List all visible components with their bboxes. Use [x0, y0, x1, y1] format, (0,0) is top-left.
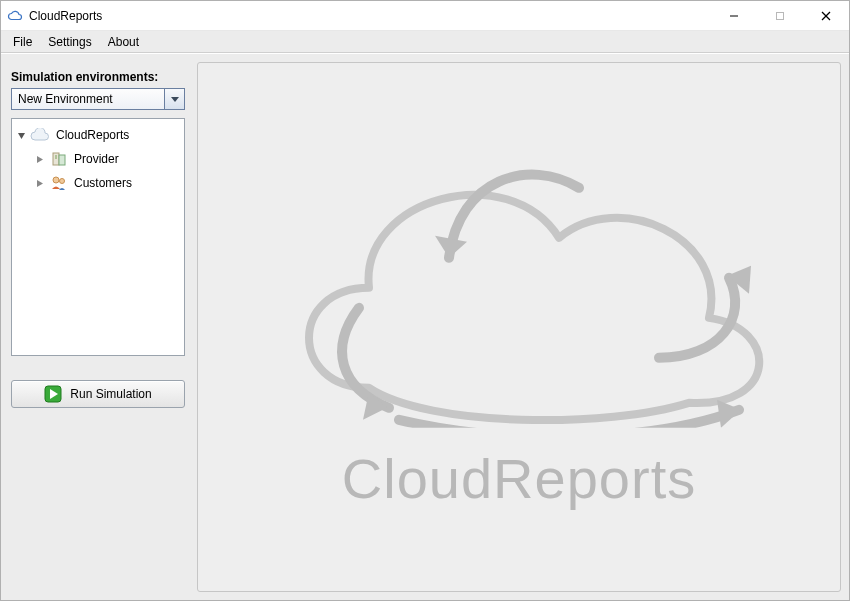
cloud-icon — [30, 126, 52, 144]
svg-marker-11 — [37, 180, 43, 187]
environment-combobox-value: New Environment — [18, 92, 113, 106]
run-simulation-label: Run Simulation — [70, 387, 151, 401]
app-cloud-icon — [7, 8, 23, 24]
window-controls — [711, 1, 849, 30]
content-panel: CloudReports — [197, 62, 841, 592]
sidebar: Simulation environments: New Environment — [1, 54, 197, 600]
watermark: CloudReports — [239, 128, 799, 511]
tree-node-label: Customers — [74, 176, 132, 190]
watermark-text: CloudReports — [239, 446, 799, 511]
svg-rect-8 — [59, 155, 65, 165]
menu-settings[interactable]: Settings — [42, 33, 97, 51]
app-window: CloudReports File Settings About Simulat… — [0, 0, 850, 601]
close-button[interactable] — [803, 1, 849, 30]
menu-about[interactable]: About — [102, 33, 145, 51]
customers-people-icon — [48, 174, 70, 192]
tree-node-customers[interactable]: Customers — [12, 171, 184, 195]
client-area: Simulation environments: New Environment — [1, 53, 849, 600]
svg-marker-4 — [171, 97, 179, 102]
svg-point-9 — [55, 155, 57, 157]
minimize-button[interactable] — [711, 1, 757, 30]
expander-down-icon[interactable] — [14, 128, 28, 142]
svg-point-13 — [60, 179, 65, 184]
menu-file[interactable]: File — [7, 33, 38, 51]
tree-node-label: Provider — [74, 152, 119, 166]
simulation-environments-label: Simulation environments: — [11, 70, 185, 84]
svg-marker-5 — [18, 133, 25, 139]
run-simulation-button[interactable]: Run Simulation — [11, 380, 185, 408]
expander-right-icon[interactable] — [32, 176, 46, 190]
tree-node-label: CloudReports — [56, 128, 129, 142]
maximize-button[interactable] — [757, 1, 803, 30]
expander-right-icon[interactable] — [32, 152, 46, 166]
cloud-arrows-icon — [259, 128, 779, 428]
combobox-arrow-icon — [164, 89, 184, 109]
svg-rect-7 — [53, 153, 59, 165]
svg-marker-6 — [37, 156, 43, 163]
tree-node-provider[interactable]: Provider — [12, 147, 184, 171]
svg-point-12 — [53, 177, 59, 183]
environment-tree[interactable]: CloudReports Provider — [11, 118, 185, 356]
environment-combobox[interactable]: New Environment — [11, 88, 185, 110]
play-icon — [44, 385, 62, 403]
titlebar: CloudReports — [1, 1, 849, 31]
menubar: File Settings About — [1, 31, 849, 53]
window-title: CloudReports — [29, 9, 711, 23]
tree-node-cloudreports[interactable]: CloudReports — [12, 123, 184, 147]
svg-marker-16 — [435, 236, 467, 258]
svg-point-10 — [55, 157, 57, 159]
provider-server-icon — [48, 150, 70, 168]
svg-rect-1 — [777, 12, 784, 19]
